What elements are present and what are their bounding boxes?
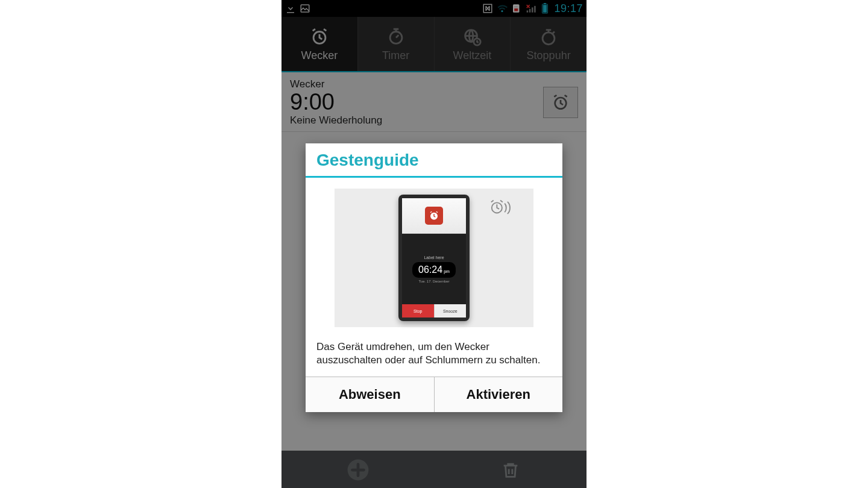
svg-rect-7 [529, 9, 531, 13]
tab-label: Weltzeit [453, 49, 492, 62]
clock-badge-icon [425, 207, 443, 225]
download-icon [285, 3, 296, 14]
add-alarm-button[interactable] [345, 457, 371, 483]
dismiss-button[interactable]: Abweisen [306, 377, 435, 412]
phone-screenshot: ⋯ 19:17 Wecker Timer [281, 0, 587, 488]
alarm-icon [309, 27, 330, 47]
illust-label: Label here [424, 255, 444, 260]
status-bar: ⋯ 19:17 [281, 0, 587, 17]
tab-timer[interactable]: Timer [358, 17, 435, 71]
battery-icon [541, 3, 549, 14]
svg-text:⋯: ⋯ [515, 5, 518, 8]
dialog-button-row: Abweisen Aktivieren [306, 377, 562, 412]
svg-point-17 [542, 32, 555, 44]
tab-wecker[interactable]: Wecker [281, 17, 358, 71]
sim-error-icon: ⋯ [511, 3, 522, 14]
tab-label: Stoppuhr [527, 49, 571, 62]
alarm-repeat: Keine Wiederholung [290, 114, 382, 127]
alarm-row[interactable]: Wecker 9:00 Keine Wiederholung [281, 72, 587, 132]
wifi-icon [497, 3, 508, 14]
tab-weltzeit[interactable]: Weltzeit [435, 17, 511, 71]
activate-button[interactable]: Aktivieren [435, 377, 563, 412]
illust-phone: Label here 06:24pm Tue. 17. December Sto… [398, 195, 470, 321]
svg-point-14 [390, 31, 402, 43]
svg-rect-11 [543, 5, 547, 13]
dialog-title: Gestenguide [306, 143, 562, 178]
sync-icon [482, 3, 493, 14]
svg-rect-12 [544, 3, 547, 4]
svg-point-2 [502, 10, 503, 12]
gesture-guide-dialog: Gestenguide [306, 143, 562, 412]
illust-stop-button: Stop [402, 304, 434, 318]
plus-circle-icon [347, 458, 370, 481]
svg-rect-6 [527, 10, 529, 12]
timer-icon [386, 27, 406, 47]
tab-label: Timer [382, 49, 409, 62]
alarm-icon [551, 93, 570, 112]
stopwatch-icon [538, 27, 559, 47]
dialog-body-text: Das Gerät umdrehen, um den Wecker auszus… [306, 332, 562, 377]
worldtime-icon [462, 27, 482, 47]
picture-icon [300, 3, 310, 14]
tab-stoppuhr[interactable]: Stoppuhr [511, 17, 587, 71]
illust-snooze-button: Snooze [434, 304, 467, 318]
illust-date: Tue. 17. December [418, 280, 449, 283]
tab-bar: Wecker Timer Weltzeit Stoppuhr [281, 17, 587, 72]
alarm-label: Wecker [290, 78, 382, 90]
alarm-time: 9:00 [290, 90, 382, 113]
status-time: 19:17 [552, 2, 583, 15]
bottom-toolbar [281, 451, 587, 488]
svg-rect-4 [515, 8, 518, 11]
trash-icon [500, 460, 521, 480]
no-signal-icon [526, 3, 538, 14]
svg-rect-9 [535, 6, 536, 13]
gesture-illustration: Label here 06:24pm Tue. 17. December Sto… [335, 189, 533, 327]
alarm-toggle[interactable] [543, 87, 578, 118]
illust-time: 06:24pm [412, 262, 456, 278]
alarm-ringing-icon [489, 198, 512, 218]
delete-button[interactable] [497, 457, 524, 483]
tab-label: Wecker [301, 49, 338, 62]
svg-rect-8 [532, 7, 533, 12]
